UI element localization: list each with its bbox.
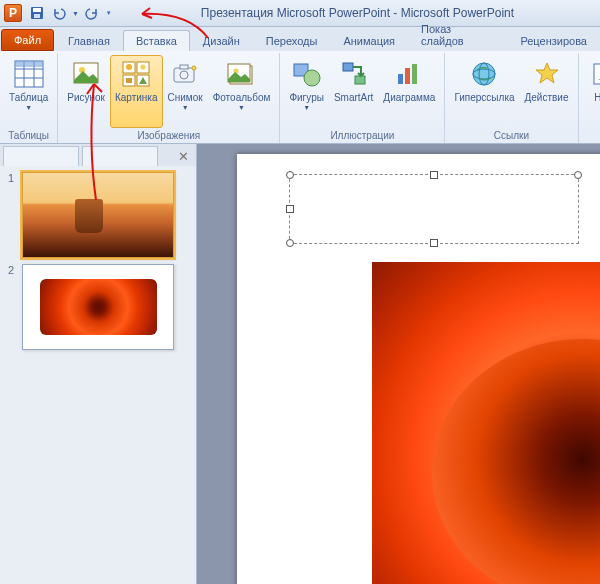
panel-tabs: ✕	[0, 144, 196, 166]
qat-customize[interactable]: ▾	[107, 9, 111, 17]
textbox-label: Над	[594, 92, 600, 103]
svg-rect-8	[15, 61, 43, 67]
chart-label: Диаграмма	[383, 92, 435, 103]
picture-button[interactable]: Рисунок	[62, 55, 110, 128]
table-dropdown-icon: ▼	[25, 104, 32, 111]
svg-rect-27	[343, 63, 353, 71]
slide-panel: ✕ 1 2	[0, 144, 197, 584]
slide-number: 2	[8, 264, 22, 350]
group-images-label: Изображения	[137, 128, 200, 143]
photoalbum-label: Фотоальбом	[213, 92, 271, 103]
svg-rect-28	[355, 76, 365, 84]
save-button[interactable]	[27, 3, 47, 23]
svg-rect-2	[34, 14, 40, 18]
photoalbum-dropdown-icon: ▼	[238, 104, 245, 111]
tab-insert[interactable]: Вставка	[123, 30, 190, 51]
clipart-button[interactable]: Картинка	[110, 55, 163, 128]
window-title: Презентация Microsoft PowerPoint - Micro…	[115, 6, 600, 20]
chart-button[interactable]: Диаграмма	[378, 55, 440, 128]
table-label: Таблица	[9, 92, 48, 103]
action-button[interactable]: Действие	[520, 55, 574, 128]
svg-point-21	[192, 66, 196, 70]
slide-image[interactable]	[372, 262, 600, 584]
svg-rect-20	[180, 65, 188, 69]
picture-icon	[70, 58, 102, 90]
clipart-icon	[120, 58, 152, 90]
svg-point-14	[141, 64, 146, 69]
tab-slideshow[interactable]: Показ слайдов	[408, 18, 507, 51]
tab-review[interactable]: Рецензирова	[507, 30, 600, 51]
action-label: Действие	[525, 92, 569, 103]
slide-canvas[interactable]	[237, 154, 600, 584]
shapes-label: Фигуры	[289, 92, 323, 103]
canvas-area[interactable]	[197, 144, 600, 584]
photoalbum-button[interactable]: Фотоальбом ▼	[208, 55, 276, 128]
hyperlink-label: Гиперссылка	[454, 92, 514, 103]
photoalbum-icon	[226, 58, 258, 90]
group-images: Рисунок Картинка Снимок ▼ Фотоальбом	[58, 53, 280, 143]
smartart-button[interactable]: SmartArt	[329, 55, 378, 128]
table-icon	[13, 58, 45, 90]
group-tables: Таблица ▼ Таблицы	[0, 53, 58, 143]
hyperlink-icon	[468, 58, 500, 90]
svg-rect-31	[412, 64, 417, 84]
undo-button[interactable]	[49, 3, 69, 23]
tab-home[interactable]: Главная	[55, 30, 123, 51]
slide-thumb-2[interactable]: 2	[8, 264, 188, 350]
group-tables-label: Таблицы	[8, 128, 49, 143]
smartart-label: SmartArt	[334, 92, 373, 103]
panel-close-button[interactable]: ✕	[174, 146, 192, 166]
title-bar: P ▼ ▾ Презентация Microsoft PowerPoint -…	[0, 0, 600, 27]
slide-thumb-1[interactable]: 1	[8, 172, 188, 258]
clipart-label: Картинка	[115, 92, 158, 103]
group-links-label: Ссылки	[494, 128, 529, 143]
group-illustrations-label: Иллюстрации	[330, 128, 394, 143]
action-icon	[531, 58, 563, 90]
svg-rect-18	[174, 68, 194, 82]
undo-dropdown[interactable]: ▼	[72, 10, 79, 17]
tab-design[interactable]: Дизайн	[190, 30, 253, 51]
shapes-button[interactable]: Фигуры ▼	[284, 55, 328, 128]
picture-label: Рисунок	[67, 92, 105, 103]
ribbon: Таблица ▼ Таблицы Рисунок Картинка	[0, 51, 600, 144]
workarea: ✕ 1 2	[0, 144, 600, 584]
svg-point-12	[126, 64, 132, 70]
redo-button[interactable]	[82, 3, 102, 23]
svg-point-26	[304, 70, 320, 86]
title-placeholder[interactable]	[289, 174, 579, 244]
tab-animation[interactable]: Анимация	[330, 30, 408, 51]
svg-rect-30	[405, 68, 410, 84]
svg-rect-16	[126, 78, 132, 83]
panel-tab-slides[interactable]	[3, 146, 79, 166]
tab-transitions[interactable]: Переходы	[253, 30, 331, 51]
textbox-icon: A	[588, 58, 601, 90]
snapshot-icon	[169, 58, 201, 90]
snapshot-label: Снимок	[168, 92, 203, 103]
shapes-icon	[291, 58, 323, 90]
group-text: A Над	[579, 53, 601, 143]
chart-icon	[393, 58, 425, 90]
table-button[interactable]: Таблица ▼	[4, 55, 53, 128]
group-links: Гиперссылка Действие Ссылки	[445, 53, 578, 143]
app-logo: P	[4, 4, 22, 22]
svg-point-32	[473, 63, 495, 85]
snapshot-button[interactable]: Снимок ▼	[163, 55, 208, 128]
slide-1-image	[23, 173, 173, 257]
slide-number: 1	[8, 172, 22, 258]
textbox-button[interactable]: A Над	[583, 55, 601, 128]
slide-2-image	[40, 279, 157, 334]
svg-rect-29	[398, 74, 403, 84]
smartart-icon	[338, 58, 370, 90]
panel-tab-outline[interactable]	[82, 146, 158, 166]
tab-file[interactable]: Файл	[1, 29, 54, 51]
shapes-dropdown-icon: ▼	[303, 104, 310, 111]
group-illustrations: Фигуры ▼ SmartArt Диаграмма Иллюстрации	[280, 53, 445, 143]
ribbon-tabs: Файл Главная Вставка Дизайн Переходы Ани…	[0, 27, 600, 51]
svg-rect-1	[33, 8, 41, 12]
hyperlink-button[interactable]: Гиперссылка	[449, 55, 519, 128]
snapshot-dropdown-icon: ▼	[182, 104, 189, 111]
